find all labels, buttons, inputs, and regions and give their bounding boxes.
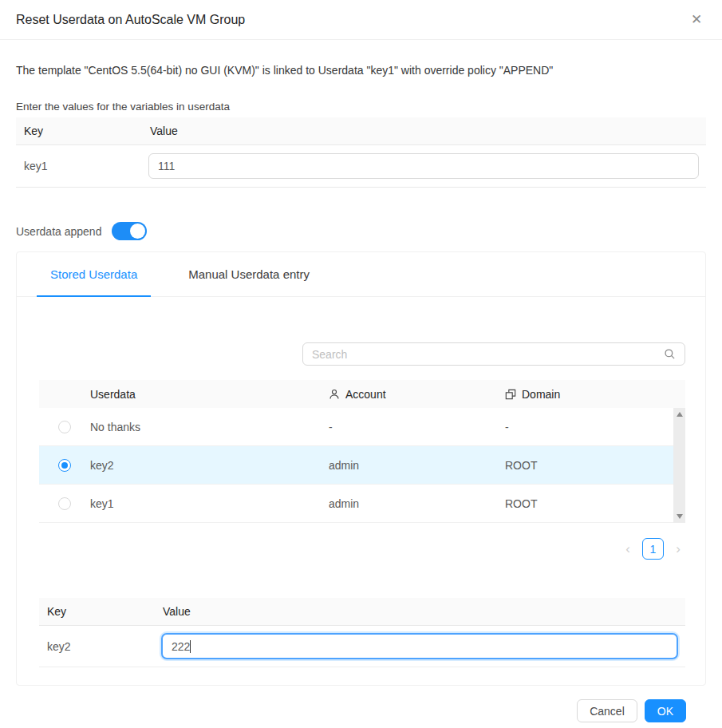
stored-userdata-table: Userdata Account (39, 380, 685, 523)
account-cell: admin (329, 497, 505, 510)
radio-key2-selected[interactable] (58, 459, 71, 472)
variables-table: Key Value key1 (16, 117, 706, 188)
variables-table-header: Key Value (16, 117, 706, 145)
account-column-header: Account (329, 388, 505, 401)
table-row: key1 (16, 145, 706, 188)
search-icon[interactable] (664, 348, 676, 360)
selected-variable-value-input[interactable] (161, 633, 678, 659)
value-column-header: Value (155, 605, 685, 618)
radio-no-thanks[interactable] (58, 421, 71, 433)
selected-variable-key: key2 (39, 640, 155, 653)
userdata-cell: No thanks (90, 421, 329, 433)
userdata-cell: key1 (90, 497, 329, 510)
variable-key: key1 (16, 160, 142, 172)
key-column-header: Key (16, 125, 142, 137)
userdata-card: Stored Userdata Manual Userdata entry (16, 251, 706, 686)
modal-header: Reset Userdata on AutoScale VM Group ✕ (0, 0, 722, 40)
modal-footer: Cancel OK (16, 699, 706, 722)
text-caret (190, 640, 191, 653)
prev-page-icon[interactable]: ‹ (621, 539, 635, 560)
cancel-button[interactable]: Cancel (577, 699, 637, 722)
stored-userdata-table-body: No thanks - - key2 admin ROOT key1 (39, 408, 685, 523)
userdata-append-label: Userdata append (16, 225, 101, 238)
domain-column-header: Domain (505, 388, 685, 401)
userdata-column-header: Userdata (90, 388, 329, 401)
tab-manual-userdata-entry[interactable]: Manual Userdata entry (175, 252, 323, 296)
table-row-key1[interactable]: key1 admin ROOT (39, 485, 685, 523)
variable-value-input[interactable] (148, 153, 699, 179)
selected-variables-header: Key Value (39, 598, 685, 626)
userdata-cell: key2 (90, 459, 329, 472)
domain-cell: ROOT (505, 497, 685, 510)
next-page-icon[interactable]: › (671, 539, 685, 560)
ok-button[interactable]: OK (645, 699, 686, 722)
value-column-header: Value (142, 125, 706, 137)
scroll-down-icon[interactable] (677, 514, 683, 519)
key-column-header: Key (39, 605, 155, 618)
domain-icon (505, 389, 516, 400)
table-row-no-thanks[interactable]: No thanks - - (39, 408, 685, 446)
page-1-button[interactable]: 1 (642, 538, 664, 560)
variables-instruction-label: Enter the values for the variables in us… (16, 101, 706, 113)
pagination: ‹ 1 › (39, 538, 685, 560)
account-cell: admin (329, 459, 505, 472)
toggle-knob (130, 224, 145, 239)
template-link-description: The template "CentOS 5.5(64-bit) no GUI … (16, 64, 706, 77)
account-cell: - (329, 421, 505, 433)
search-box (302, 342, 685, 366)
user-icon (329, 389, 340, 400)
scroll-up-icon[interactable] (677, 412, 683, 417)
domain-cell: - (505, 421, 685, 433)
table-row: key2 (39, 626, 685, 667)
reset-userdata-modal: Reset Userdata on AutoScale VM Group ✕ T… (0, 0, 722, 722)
search-input[interactable] (312, 348, 664, 361)
modal-title: Reset Userdata on AutoScale VM Group (16, 13, 245, 27)
userdata-append-toggle[interactable] (112, 222, 147, 240)
domain-cell: ROOT (505, 459, 685, 472)
table-scrollbar[interactable] (673, 408, 685, 523)
close-icon[interactable]: ✕ (684, 7, 709, 33)
userdata-append-row: Userdata append (16, 222, 706, 240)
tab-stored-userdata[interactable]: Stored Userdata (37, 252, 151, 296)
modal-body: The template "CentOS 5.5(64-bit) no GUI … (0, 64, 722, 722)
selected-userdata-variables-table: Key Value key2 (39, 598, 685, 667)
stored-userdata-panel: Userdata Account (17, 342, 705, 667)
radio-key1[interactable] (58, 497, 71, 510)
userdata-tabs: Stored Userdata Manual Userdata entry (17, 252, 705, 297)
table-row-key2[interactable]: key2 admin ROOT (39, 446, 685, 485)
stored-userdata-table-header: Userdata Account (39, 380, 685, 408)
